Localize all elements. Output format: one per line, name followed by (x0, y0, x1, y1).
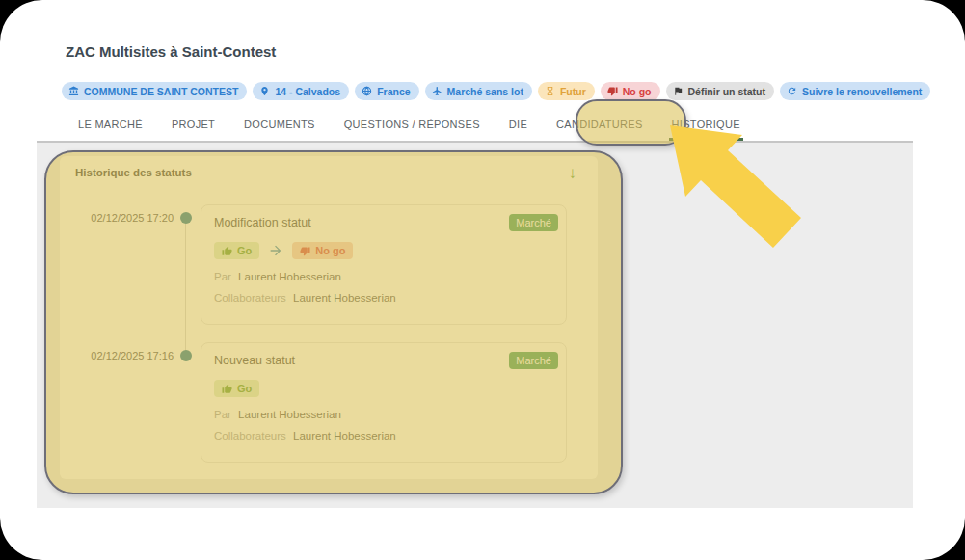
tab-die[interactable]: DIE (495, 107, 542, 141)
par-row: Par Laurent Hobesserian (214, 409, 553, 420)
history-card: Modification statut Marché Go No go Par (201, 204, 567, 325)
arrow-right-icon (268, 243, 283, 258)
collaborateurs-value: Laurent Hobesserian (293, 292, 396, 304)
badge-departement: 14 - Calvados (253, 82, 349, 100)
badge-label: Définir un statut (688, 86, 766, 97)
plane-icon (432, 86, 442, 96)
badge-label: Suivre le renouvellement (802, 86, 922, 97)
bank-icon (68, 86, 79, 96)
hourglass-icon (545, 86, 555, 96)
entry-timestamp: 02/12/2025 17:20 (77, 212, 174, 224)
timeline-dot (180, 212, 192, 224)
timeline-line (185, 219, 186, 357)
refresh-icon (787, 86, 797, 96)
collaborateurs-label: Collaborateurs (214, 292, 286, 304)
tab-bar: LE MARCHÉ PROJET DOCUMENTS QUESTIONS / R… (37, 107, 913, 143)
download-icon[interactable]: ↓ (569, 165, 577, 181)
badge-pays: France (355, 82, 418, 100)
thumb-down-icon (300, 246, 310, 256)
badge-marche-sans-lot: Marché sans lot (425, 82, 532, 100)
status-chip-go: Go (214, 242, 259, 259)
badge-futur: Futur (538, 82, 595, 100)
status-label: No go (315, 245, 345, 256)
pin-icon (259, 86, 270, 96)
status-transition: Go No go (214, 242, 553, 259)
scope-badge: Marché (509, 214, 558, 231)
collaborateurs-row: Collaborateurs Laurent Hobesserian (214, 292, 553, 304)
flag-icon (673, 86, 684, 96)
badge-label: Marché sans lot (447, 86, 523, 97)
history-panel: Historique des statuts ↓ 02/12/2025 17:2… (60, 156, 598, 479)
par-row: Par Laurent Hobesserian (214, 271, 553, 282)
thumb-up-icon (222, 246, 232, 256)
scope-badge: Marché (509, 352, 558, 369)
tab-candidatures[interactable]: CANDIDATURES (542, 107, 657, 141)
card-title: Nouveau statut (214, 354, 553, 367)
badge-commune: COMMUNE DE SAINT CONTEST (62, 82, 247, 100)
globe-icon (362, 86, 372, 96)
app-window: ZAC Multisites à Saint-Contest COMMUNE D… (0, 0, 965, 560)
page-title: ZAC Multisites à Saint-Contest (66, 43, 276, 60)
status-chip-go: Go (214, 380, 259, 397)
history-panel-header: Historique des statuts ↓ (60, 156, 598, 189)
status-row: Go (214, 380, 553, 397)
badge-label: Futur (560, 86, 586, 97)
tab-historique[interactable]: HISTORIQUE (657, 107, 755, 141)
badge-label: COMMUNE DE SAINT CONTEST (84, 86, 238, 97)
tab-questions-reponses[interactable]: QUESTIONS / RÉPONSES (330, 107, 495, 141)
collaborateurs-value: Laurent Hobesserian (293, 430, 396, 441)
collaborateurs-row: Collaborateurs Laurent Hobesserian (214, 430, 553, 441)
badge-label: France (377, 86, 410, 97)
card-title: Modification statut (214, 216, 553, 229)
history-card: Nouveau statut Marché Go Par Laurent Hob… (201, 342, 567, 463)
collaborateurs-label: Collaborateurs (214, 430, 286, 441)
timeline-dot (180, 350, 192, 361)
badge-label: No go (623, 86, 652, 97)
badge-label: 14 - Calvados (275, 86, 340, 97)
par-label: Par (214, 271, 231, 282)
tab-documents[interactable]: DOCUMENTS (229, 107, 330, 141)
suivre-renouvellement-button[interactable]: Suivre le renouvellement (780, 82, 930, 100)
content-area: Historique des statuts ↓ 02/12/2025 17:2… (37, 143, 913, 508)
status-chip-no-go: No go (292, 242, 353, 259)
badge-row: COMMUNE DE SAINT CONTEST 14 - Calvados F… (62, 82, 930, 100)
definir-statut-button[interactable]: Définir un statut (666, 82, 775, 100)
par-label: Par (214, 409, 231, 420)
tab-le-marche[interactable]: LE MARCHÉ (64, 107, 157, 141)
tab-projet[interactable]: PROJET (157, 107, 229, 141)
par-value: Laurent Hobesserian (238, 409, 341, 420)
entry-timestamp: 02/12/2025 17:16 (77, 350, 174, 361)
panel-title: Historique des statuts (75, 167, 569, 178)
thumb-down-icon (607, 86, 618, 96)
thumb-up-icon (222, 384, 232, 394)
status-label: Go (237, 245, 252, 256)
par-value: Laurent Hobesserian (238, 271, 341, 282)
badge-no-go: No go (601, 82, 660, 100)
status-label: Go (237, 383, 252, 394)
